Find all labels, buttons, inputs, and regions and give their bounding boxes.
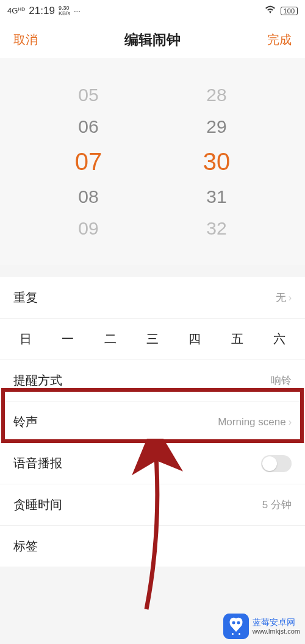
- voice-row: 语音播报: [0, 443, 305, 484]
- alert-mode-label: 提醒方式: [13, 372, 62, 389]
- watermark-title: 蓝莓安卓网: [253, 618, 300, 627]
- alert-mode-value: 响铃: [271, 373, 292, 387]
- weekday-thu[interactable]: 四: [182, 331, 207, 347]
- weekday-mon[interactable]: 一: [56, 331, 80, 347]
- minute-selected[interactable]: 30: [203, 148, 231, 175]
- status-speed: 9.30 KB/s: [59, 5, 70, 16]
- weekday-sat[interactable]: 六: [267, 331, 292, 347]
- hour-option[interactable]: 05: [78, 85, 98, 105]
- svg-point-2: [237, 621, 240, 625]
- wifi-icon: [265, 5, 276, 16]
- ringtone-value: Morning scene ›: [218, 416, 292, 428]
- time-picker[interactable]: 05 06 07 08 09 28 29 30 31 32: [0, 58, 305, 265]
- weekday-fri[interactable]: 五: [225, 331, 249, 347]
- watermark: 蓝莓安卓网 www.lmkjst.com: [223, 614, 300, 639]
- snooze-label: 贪睡时间: [13, 497, 62, 513]
- snooze-row[interactable]: 贪睡时间 5 分钟: [0, 484, 305, 526]
- hour-option[interactable]: 06: [78, 116, 98, 137]
- repeat-value: 无 ›: [276, 291, 292, 305]
- weekday-sun[interactable]: 日: [13, 331, 38, 347]
- hour-option[interactable]: 09: [78, 218, 98, 239]
- minute-picker-column[interactable]: 28 29 30 31 32: [152, 85, 281, 239]
- minute-option[interactable]: 29: [206, 116, 226, 137]
- voice-label: 语音播报: [13, 455, 62, 472]
- status-left: 4Gᴴᴰ 21:19 9.30 KB/s ···: [7, 5, 81, 17]
- weekday-selector: 日 一 二 三 四 五 六: [0, 319, 305, 360]
- minute-option[interactable]: 31: [206, 186, 226, 207]
- alert-mode-row[interactable]: 提醒方式 响铃: [0, 360, 305, 402]
- nav-bar: 取消 编辑闹钟 完成: [0, 21, 305, 58]
- network-indicator: 4Gᴴᴰ: [7, 6, 25, 15]
- svg-rect-3: [232, 633, 234, 635]
- repeat-row[interactable]: 重复 无 ›: [0, 277, 305, 319]
- status-time: 21:19: [29, 5, 55, 17]
- hour-selected[interactable]: 07: [75, 148, 102, 175]
- page-title: 编辑闹钟: [124, 30, 181, 49]
- watermark-logo-icon: [223, 614, 249, 639]
- watermark-text: 蓝莓安卓网 www.lmkjst.com: [253, 618, 300, 634]
- minute-option[interactable]: 28: [206, 85, 226, 105]
- settings-list: 重复 无 › 日 一 二 三 四 五 六 提醒方式 响铃 铃声 Morning …: [0, 277, 305, 567]
- ringtone-row[interactable]: 铃声 Morning scene ›: [0, 402, 305, 443]
- weekday-wed[interactable]: 三: [140, 331, 165, 347]
- status-more: ···: [74, 6, 81, 15]
- svg-rect-4: [239, 633, 240, 635]
- hour-option[interactable]: 08: [78, 186, 98, 207]
- battery-icon: 100: [281, 7, 298, 15]
- cancel-button[interactable]: 取消: [13, 32, 38, 48]
- weekday-tue[interactable]: 二: [98, 331, 123, 347]
- status-right: 100: [265, 5, 298, 16]
- svg-point-1: [232, 621, 235, 625]
- status-bar: 4Gᴴᴰ 21:19 9.30 KB/s ··· 100: [0, 0, 305, 21]
- snooze-value: 5 分钟: [262, 498, 292, 512]
- repeat-label: 重复: [13, 289, 38, 306]
- tag-row[interactable]: 标签: [0, 526, 305, 567]
- chevron-right-icon: ›: [289, 292, 292, 303]
- voice-toggle[interactable]: [261, 455, 292, 472]
- ringtone-label: 铃声: [13, 414, 38, 430]
- hour-picker-column[interactable]: 05 06 07 08 09: [24, 85, 152, 239]
- done-button[interactable]: 完成: [267, 32, 292, 48]
- watermark-url: www.lmkjst.com: [253, 628, 300, 635]
- tag-label: 标签: [13, 538, 38, 554]
- chevron-right-icon: ›: [289, 417, 292, 428]
- minute-option[interactable]: 32: [206, 218, 226, 239]
